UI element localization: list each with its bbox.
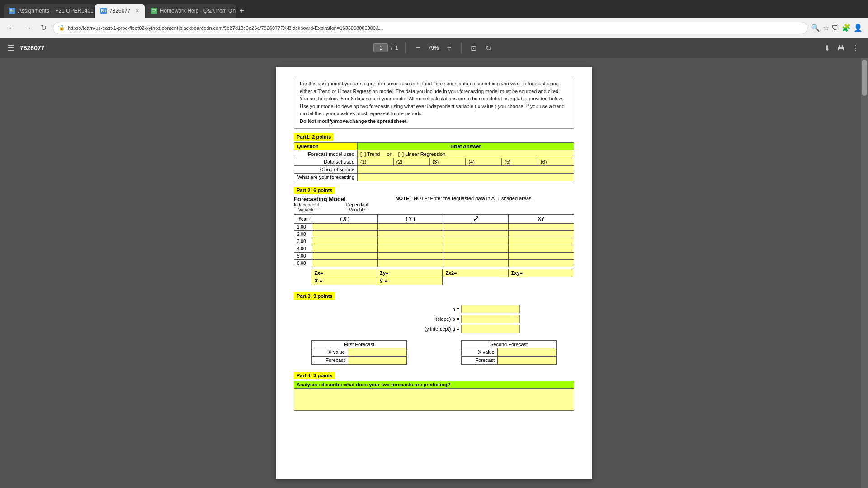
tab-icon-shield: 🛡	[151, 8, 157, 14]
zoom-in-button[interactable]: +	[444, 43, 454, 53]
forecasting-label: What are your forecasting	[294, 174, 358, 181]
row3-x2[interactable]	[443, 238, 509, 245]
forecasting-model-title: Forecasting Model	[294, 196, 346, 202]
tab-assignments[interactable]: Bb Assignments – F21 OPER1401-08 ✕	[4, 4, 94, 18]
first-x-input[interactable]	[348, 348, 407, 356]
second-forecast-title: Second Forecast	[462, 340, 557, 348]
x-bar-cell[interactable]: X̄ =	[311, 277, 377, 285]
forecasting-value[interactable]	[358, 174, 574, 181]
sigma-xy-cell[interactable]: Σxy=	[508, 269, 574, 277]
row1-x2[interactable]	[443, 223, 509, 230]
reload-button[interactable]: ↻	[38, 22, 49, 34]
row2-x[interactable]	[312, 230, 378, 238]
extensions-icon[interactable]: 🧩	[842, 23, 851, 32]
row5-year: 5.00	[294, 252, 312, 259]
download-button[interactable]: ⬇	[822, 42, 832, 54]
n-input[interactable]	[461, 305, 520, 313]
row1-xy[interactable]	[509, 223, 574, 230]
row6-xy[interactable]	[509, 259, 574, 267]
address-bar[interactable]: 🔒 https://learn-us-east-1-prod-fleet02-x…	[53, 22, 807, 34]
row4-x2[interactable]	[443, 245, 509, 252]
row5-x[interactable]	[312, 252, 378, 259]
dataset-6[interactable]: (6)	[538, 158, 574, 166]
pdf-title: 7826077	[20, 44, 45, 52]
table-row: 5.00	[294, 252, 574, 259]
second-forecast-input[interactable]	[498, 356, 557, 364]
dataset-2[interactable]: (2)	[393, 158, 429, 166]
fit-page-button[interactable]: ⊡	[469, 42, 478, 54]
citing-value[interactable]	[358, 166, 574, 174]
sum-spacer	[294, 269, 311, 277]
row4-year: 4.00	[294, 245, 312, 252]
part3-section: Part 3: 9 points n = (slope) b = (y inte…	[294, 292, 574, 365]
row4-xy[interactable]	[509, 245, 574, 252]
tab-7826077[interactable]: Bb 7826077 ✕	[95, 4, 145, 18]
more-button[interactable]: ⋮	[850, 42, 861, 54]
dataset-1[interactable]: (1)	[358, 158, 394, 166]
row6-year: 6.00	[294, 259, 312, 267]
url-text: https://learn-us-east-1-prod-fleet02-xyt…	[68, 25, 383, 31]
pdf-page: For this assignment you are to perform s…	[276, 67, 592, 479]
back-button[interactable]: ←	[5, 22, 18, 34]
lock-icon: 🔒	[59, 25, 65, 31]
first-forecast-input[interactable]	[348, 356, 407, 364]
tab-icon-bb2: Bb	[100, 8, 107, 14]
tab-homework[interactable]: 🛡 Homework Help - Q&A from Onl ✕	[146, 4, 236, 18]
row5-y[interactable]	[377, 252, 443, 259]
zoom-out-button[interactable]: −	[413, 43, 422, 53]
part3-header: Part 3: 9 points	[294, 292, 335, 300]
dataset-3[interactable]: (3)	[429, 158, 466, 166]
sigma-y-cell[interactable]: Σy=	[377, 269, 443, 277]
forward-button[interactable]: →	[22, 22, 34, 34]
y-bar-cell[interactable]: ȳ =	[377, 277, 443, 285]
forecast-model-label: Forecast model used	[294, 150, 358, 158]
menu-icon[interactable]: ☰	[7, 43, 14, 53]
row3-y[interactable]	[377, 238, 443, 245]
new-tab-button[interactable]: +	[237, 4, 247, 18]
row5-x2[interactable]	[443, 252, 509, 259]
tab-close-2[interactable]: ✕	[135, 8, 139, 14]
table-row: 6.00	[294, 259, 574, 267]
dataset-4[interactable]: (4)	[466, 158, 502, 166]
row5-xy[interactable]	[509, 252, 574, 259]
shield-nav-icon[interactable]: 🛡	[832, 24, 839, 32]
row3-x[interactable]	[312, 238, 378, 245]
row1-x[interactable]	[312, 223, 378, 230]
row6-x2[interactable]	[443, 259, 509, 267]
slope-label: (slope) b =	[436, 316, 459, 322]
intro-text: For this assignment you are to perform s…	[300, 81, 565, 116]
second-x-input[interactable]	[498, 348, 557, 356]
row2-xy[interactable]	[509, 230, 574, 238]
row2-x2[interactable]	[443, 230, 509, 238]
row6-y[interactable]	[377, 259, 443, 267]
dataset-5[interactable]: (5)	[502, 158, 538, 166]
x-header: ( X )	[312, 215, 378, 224]
sigma-x2-cell[interactable]: Σx2=	[443, 269, 508, 277]
scrollbar[interactable]	[861, 58, 868, 488]
analysis-body[interactable]	[294, 388, 574, 411]
row1-year: 1.00	[294, 223, 312, 230]
row4-y[interactable]	[377, 245, 443, 252]
first-forecast-title: First Forecast	[312, 340, 407, 348]
slope-input[interactable]	[461, 315, 520, 323]
avatar-icon[interactable]: 👤	[854, 23, 863, 32]
row3-xy[interactable]	[509, 238, 574, 245]
row4-x[interactable]	[312, 245, 378, 252]
forecast-model-value[interactable]: [ ] Trend or [ ] Linear Regression	[358, 150, 574, 158]
rotate-button[interactable]: ↻	[484, 42, 493, 54]
search-icon[interactable]: 🔍	[811, 23, 820, 32]
sigma-x-cell[interactable]: Σx=	[311, 269, 377, 277]
pdf-toolbar: ☰ 7826077 / 1 − 79% + ⊡ ↻ ⬇ 🖶 ⋮	[0, 38, 868, 58]
independent-var-label: IndependentVariable	[294, 202, 319, 212]
row2-y[interactable]	[377, 230, 443, 238]
first-x-label: X value	[312, 348, 348, 356]
print-button[interactable]: 🖶	[835, 42, 846, 54]
intercept-input[interactable]	[461, 325, 520, 333]
page-input[interactable]	[373, 43, 388, 52]
toolbar-right: ⬇ 🖶 ⋮	[822, 42, 861, 54]
row6-x[interactable]	[312, 259, 378, 267]
bookmark-icon[interactable]: ☆	[823, 23, 829, 32]
row1-y[interactable]	[377, 223, 443, 230]
page-nav: / 1	[373, 43, 398, 52]
scroll-thumb[interactable]	[862, 60, 867, 96]
